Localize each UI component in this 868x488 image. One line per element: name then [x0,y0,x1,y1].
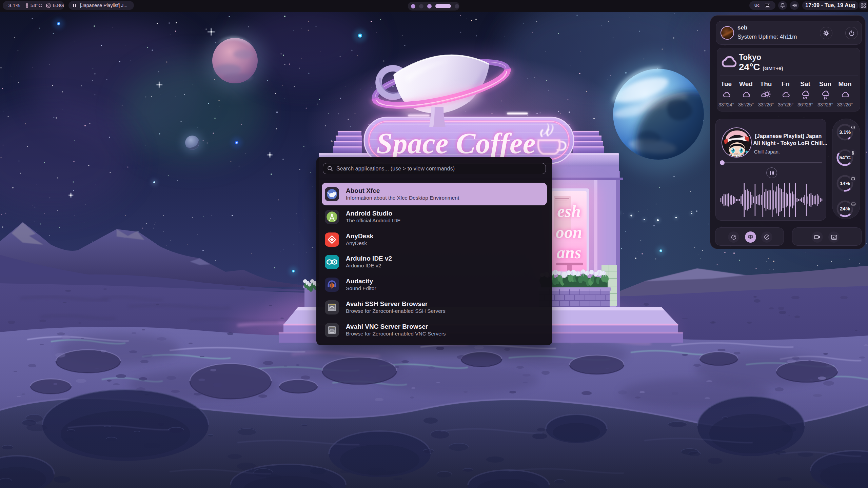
svg-text:14%: 14% [840,180,850,186]
svg-text:3.1%: 3.1% [839,129,851,135]
svg-text:TOKYO LO: TOKYO LO [725,153,750,158]
svg-text:54°C: 54°C [839,155,851,160]
svg-text:oon: oon [556,223,582,242]
svg-text:esh: esh [557,202,580,221]
svg-text:24%: 24% [840,206,850,211]
svg-text:ans: ans [557,243,581,262]
svg-text:Space Coffee: Space Coffee [376,127,536,160]
